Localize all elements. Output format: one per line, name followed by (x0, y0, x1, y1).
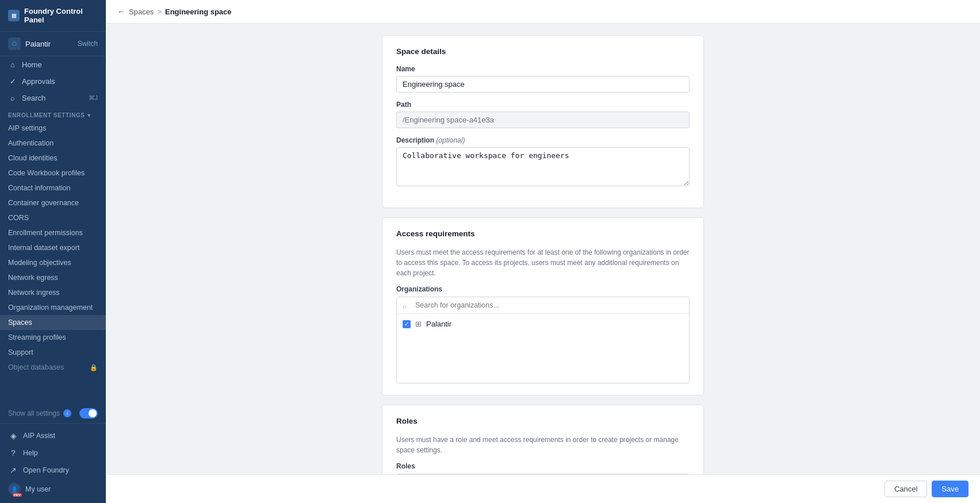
sidebar-item-open-foundry[interactable]: ↗ Open Foundry (0, 462, 106, 479)
lock-icon: 🔒 (90, 364, 98, 371)
settings-item-contact-information[interactable]: Contact information (0, 181, 106, 195)
org-search-input[interactable] (397, 297, 689, 314)
name-group: Name (396, 65, 690, 93)
settings-item-aip-settings[interactable]: AIP settings (0, 121, 106, 136)
approvals-icon: ✓ (8, 77, 17, 86)
breadcrumb-bar: ← Spaces > Engineering space (106, 0, 980, 24)
search-icon: ⌕ (8, 94, 17, 102)
space-details-card: Space details Name Path Description (opt… (382, 35, 704, 208)
org-palantir-name: Palantir (426, 320, 451, 328)
check-icon: ✓ (404, 321, 409, 327)
enrollment-settings-label: ENROLLMENT SETTINGS (8, 112, 85, 118)
info-icon: i (63, 409, 71, 417)
show-all-toggle[interactable] (79, 408, 98, 418)
org-search-icon: ⌕ (403, 302, 407, 310)
org-search-box: ⌕ ✓ ⊞ Palantir (396, 297, 690, 383)
description-optional: (optional) (436, 136, 465, 144)
settings-item-object-databases[interactable]: Object databases 🔒 (0, 360, 106, 375)
content-inner: Space details Name Path Description (opt… (382, 35, 704, 503)
back-button[interactable]: ← (117, 7, 125, 16)
switch-button[interactable]: Switch (78, 40, 98, 48)
help-icon: ? (8, 448, 18, 458)
enrollment-settings-chevron: ▾ (87, 112, 91, 118)
settings-list: AIP settings Authentication Cloud identi… (0, 121, 106, 404)
settings-item-cloud-identities[interactable]: Cloud identities (0, 151, 106, 166)
roles-title: Roles (396, 417, 690, 425)
palantir-row: ⬡ Palantir Switch (0, 32, 106, 56)
enrollment-settings-header: ENROLLMENT SETTINGS ▾ (0, 106, 106, 121)
breadcrumb-parent[interactable]: Spaces (129, 7, 154, 16)
palantir-label: Palantir (25, 40, 51, 48)
app-title: Foundry Control Panel (24, 7, 98, 24)
description-group: Description (optional) Collaborative wor… (396, 136, 690, 188)
my-user-label: My user (25, 485, 51, 493)
breadcrumb-separator: > (157, 7, 162, 16)
sidebar-item-search[interactable]: ⌕ Search ⌘J (0, 90, 106, 106)
search-shortcut: ⌘J (89, 94, 98, 102)
roles-label: Roles (396, 462, 690, 470)
sidebar: ⊞ Foundry Control Panel ⬡ Palantir Switc… (0, 0, 106, 503)
org-item-palantir[interactable]: ✓ ⊞ Palantir (397, 316, 689, 332)
settings-item-internal-dataset-export[interactable]: Internal dataset export (0, 240, 106, 255)
space-details-title: Space details (396, 47, 690, 56)
nav-approvals-label: Approvals (22, 77, 55, 86)
settings-item-organization-management[interactable]: Organization management (0, 300, 106, 315)
app-icon: ⊞ (8, 10, 20, 21)
help-label: Help (23, 449, 38, 457)
palantir-label-group: ⬡ Palantir (8, 37, 51, 50)
content-area: Space details Name Path Description (opt… (106, 24, 980, 503)
path-label: Path (396, 101, 690, 109)
dev-badge: DEV (13, 493, 22, 497)
aip-assist-icon: ◈ (8, 431, 18, 440)
settings-item-code-workbook-profiles[interactable]: Code Workbook profiles (0, 166, 106, 181)
open-foundry-icon: ↗ (8, 466, 18, 475)
nav-home-label: Home (22, 60, 42, 69)
org-list: ✓ ⊞ Palantir (397, 314, 689, 383)
show-all-settings-row: Show all settings i (0, 404, 106, 423)
main-content: ← Spaces > Engineering space Space detai… (106, 0, 980, 503)
cancel-button[interactable]: Cancel (885, 481, 927, 497)
organizations-label: Organizations (396, 285, 690, 293)
settings-item-support[interactable]: Support (0, 345, 106, 360)
settings-item-modeling-objectives[interactable]: Modeling objectives (0, 255, 106, 270)
access-requirements-description: Users must meet the access requirements … (396, 247, 690, 278)
aip-assist-label: AIP Assist (23, 432, 55, 440)
description-textarea[interactable]: Collaborative workspace for engineers (396, 147, 690, 186)
description-label: Description (optional) (396, 136, 690, 144)
access-requirements-card: Access requirements Users must meet the … (382, 217, 704, 396)
settings-item-network-egress[interactable]: Network egress (0, 270, 106, 285)
sidebar-item-help[interactable]: ? Help (0, 444, 106, 462)
sidebar-item-aip-assist[interactable]: ◈ AIP Assist (0, 427, 106, 444)
settings-item-enrollment-permissions[interactable]: Enrollment permissions (0, 225, 106, 240)
home-icon: ⌂ (8, 60, 17, 69)
path-group: Path (396, 101, 690, 128)
access-requirements-title: Access requirements (396, 229, 690, 238)
show-all-label: Show all settings (8, 409, 60, 417)
open-foundry-label: Open Foundry (23, 466, 69, 474)
palantir-icon: ⬡ (8, 37, 21, 50)
org-checkbox-palantir[interactable]: ✓ (403, 320, 411, 328)
name-input[interactable] (396, 76, 690, 93)
roles-description: Users must have a role and meet access r… (396, 435, 690, 455)
footer-bar: Cancel Save (106, 474, 980, 503)
nav-search-label: Search (22, 94, 45, 102)
settings-item-container-governance[interactable]: Container governance (0, 195, 106, 210)
sidebar-item-home[interactable]: ⌂ Home (0, 56, 106, 73)
sidebar-item-approvals[interactable]: ✓ Approvals (0, 73, 106, 90)
sidebar-bottom: ◈ AIP Assist ? Help ↗ Open Foundry 👤 DEV… (0, 423, 106, 503)
sidebar-item-my-user[interactable]: 👤 DEV My user (0, 479, 106, 500)
org-search-wrapper: ⌕ (397, 297, 689, 314)
show-all-left: Show all settings i (8, 409, 71, 417)
save-button[interactable]: Save (932, 481, 968, 497)
avatar: 👤 DEV (8, 483, 21, 496)
settings-item-authentication[interactable]: Authentication (0, 136, 106, 151)
breadcrumb-current: Engineering space (165, 7, 232, 16)
settings-item-spaces[interactable]: Spaces (0, 315, 106, 330)
settings-item-streaming-profiles[interactable]: Streaming profiles (0, 330, 106, 345)
org-palantir-icon: ⊞ (415, 320, 422, 328)
name-label: Name (396, 65, 690, 73)
avatar-icon: 👤 (11, 486, 18, 493)
app-header: ⊞ Foundry Control Panel (0, 0, 106, 32)
settings-item-network-ingress[interactable]: Network ingress (0, 285, 106, 300)
settings-item-cors[interactable]: CORS (0, 210, 106, 225)
